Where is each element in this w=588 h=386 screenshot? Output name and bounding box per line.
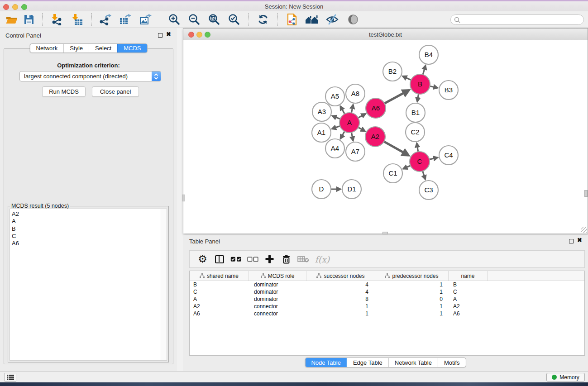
right-splitter-handle[interactable] (584, 190, 588, 197)
window-resize-grip[interactable] (581, 227, 587, 233)
criterion-dropdown[interactable]: largest connected component (directed) (19, 71, 161, 81)
mcds-result-item-A[interactable]: A (12, 218, 161, 225)
close-panel-button[interactable]: Close panel (92, 86, 139, 97)
column-header-mcds-role[interactable]: MCDS role (249, 271, 306, 281)
add-column-button[interactable] (261, 253, 278, 266)
deselect-all-button[interactable] (244, 253, 261, 266)
zoom-fit-button[interactable] (204, 12, 224, 27)
mcds-result-list: A2ABCA6 (10, 209, 161, 361)
table-settings-button[interactable]: ⚙ (194, 253, 211, 266)
node-label-B: B (418, 80, 422, 88)
table-float-panel-icon[interactable] (569, 239, 574, 243)
task-history-button[interactable] (5, 373, 16, 381)
show-columns-button[interactable] (211, 253, 228, 266)
tab-select[interactable]: Select (89, 44, 117, 52)
zoom-in-button[interactable] (164, 12, 184, 27)
table-cell: 1 (306, 310, 375, 317)
import-table-button[interactable] (67, 12, 87, 27)
zoom-selected-button[interactable] (224, 12, 244, 27)
open-session-button[interactable] (3, 12, 20, 27)
table-cell: 1 (375, 281, 449, 288)
save-session-button[interactable] (20, 12, 38, 27)
table-row-B[interactable]: Bdominator41B (190, 281, 584, 288)
column-header-predecessor-nodes[interactable]: predecessor nodes (375, 271, 449, 281)
hide-graphics-details-button[interactable] (322, 12, 343, 27)
column-header-successor-nodes[interactable]: successor nodes (306, 271, 375, 281)
network-view-window: testGlobe.txt B4B2BB3A8A5A6A3B1AC2A1A2A4… (183, 28, 588, 234)
mcds-result-item-C[interactable]: C (12, 233, 161, 240)
network-window-title: testGlobe.txt (183, 31, 588, 38)
search-input[interactable] (460, 17, 576, 23)
table-row-C[interactable]: Cdominator41C (190, 288, 584, 295)
search-icon (454, 17, 460, 23)
import-network-button[interactable] (47, 12, 67, 27)
table-cell: 1 (306, 303, 375, 310)
close-panel-icon[interactable]: ✖ (166, 31, 171, 38)
mcds-result-item-A6[interactable]: A6 (12, 240, 161, 247)
tab-network-table[interactable]: Network Table (388, 358, 438, 367)
table-row-A2[interactable]: A2connector11A2 (190, 303, 584, 310)
table-cell: A (190, 295, 249, 303)
toolbar-separator (91, 13, 92, 26)
network-canvas[interactable]: B4B2BB3A8A5A6A3B1AC2A1A2A4A7C4CC1DD1C3 (183, 41, 588, 234)
criterion-value: largest connected component (directed) (24, 73, 128, 80)
trash-icon (282, 254, 291, 264)
column-header-name[interactable]: name (449, 271, 488, 281)
toolbar-separator (160, 13, 160, 26)
network-from-document-button[interactable] (282, 12, 302, 27)
export-table-icon (119, 14, 132, 25)
attribute-tree-icon (200, 273, 205, 278)
delete-columns-button[interactable] (278, 253, 295, 266)
tab-node-table[interactable]: Node Table (305, 358, 347, 367)
tab-mcds[interactable]: MCDS (117, 44, 147, 52)
zoom-in-icon (168, 14, 180, 25)
table-row-A[interactable]: Adominator80A (190, 295, 584, 303)
table-cell: A2 (190, 303, 249, 310)
table-close-panel-icon[interactable]: ✖ (577, 237, 582, 243)
list-icon (7, 374, 14, 380)
zoom-out-icon (188, 14, 200, 25)
zoom-out-button[interactable] (184, 12, 204, 27)
hide-details-eye-icon (326, 14, 339, 25)
node-label-A1: A1 (317, 129, 325, 136)
mcds-result-scrollbar[interactable] (161, 209, 167, 361)
table-cell-filler (488, 303, 584, 310)
table-cell: connector (249, 303, 306, 310)
birds-eye-view-button[interactable] (343, 12, 363, 27)
tab-style[interactable]: Style (63, 44, 89, 52)
tab-edge-table[interactable]: Edge Table (347, 358, 388, 367)
export-table-button[interactable] (115, 12, 136, 27)
node-table: shared nameMCDS rolesuccessor nodesprede… (189, 271, 585, 356)
window-title: Session: New Session (0, 3, 588, 10)
mcds-result-item-B[interactable]: B (12, 225, 161, 233)
toolbar-separator (277, 13, 278, 26)
mcds-result-item-A2[interactable]: A2 (12, 210, 161, 218)
memory-status-icon (552, 375, 557, 380)
left-splitter-handle[interactable] (182, 195, 185, 201)
select-all-button[interactable] (228, 253, 244, 266)
dropdown-stepper-icon (152, 71, 161, 81)
function-builder-button[interactable]: f(x) (311, 253, 333, 266)
run-mcds-button[interactable]: Run MCDS (42, 86, 86, 97)
column-header-shared-name[interactable]: shared name (190, 271, 249, 281)
export-image-button[interactable] (136, 12, 156, 27)
tab-motifs[interactable]: Motifs (438, 358, 466, 367)
table-cell: B (449, 281, 488, 288)
export-network-button[interactable] (96, 12, 115, 27)
table-cell: A6 (449, 310, 488, 317)
table-cell: A2 (449, 303, 488, 310)
table-cell: dominator (249, 288, 306, 295)
first-neighbors-button[interactable] (302, 12, 322, 27)
node-label-C4: C4 (444, 151, 453, 159)
float-panel-icon[interactable] (158, 33, 163, 38)
node-label-D: D (319, 185, 324, 193)
delete-table-button[interactable] (295, 253, 311, 266)
memory-button[interactable]: Memory (546, 373, 585, 381)
node-label-A: A (347, 119, 352, 126)
function-icon: f(x) (315, 254, 330, 264)
refresh-view-button[interactable] (253, 12, 273, 27)
control-panel: Control Panel ✖ NetworkStyleSelectMCDS O… (0, 28, 177, 371)
horizontal-splitter-handle[interactable] (382, 232, 388, 234)
tab-network[interactable]: Network (30, 44, 63, 52)
table-row-A6[interactable]: A6connector11A6 (190, 310, 584, 317)
